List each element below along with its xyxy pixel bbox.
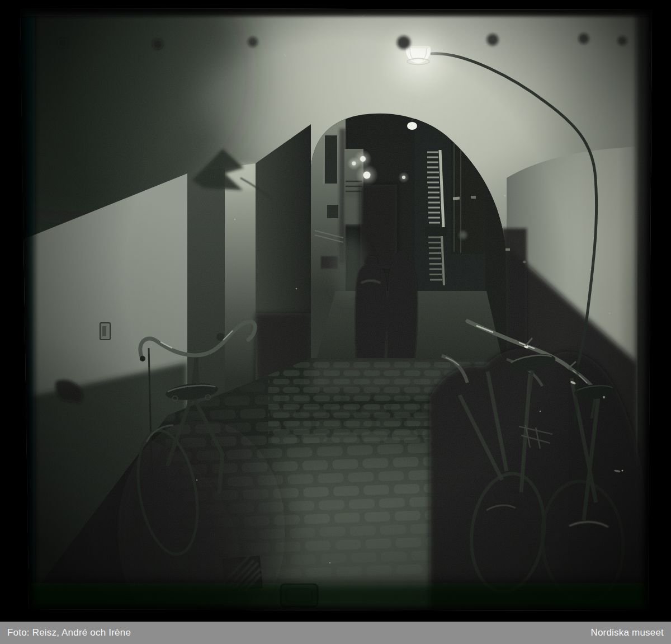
credit-bar: Foto: Reisz, André och Irène Nordiska mu… <box>0 622 671 644</box>
scanned-photo-page: Foto: Reisz, André och Irène Nordiska mu… <box>0 0 671 644</box>
photographer-credit: Foto: Reisz, André och Irène <box>7 622 131 644</box>
photo-print <box>0 0 671 644</box>
museum-credit: Nordiska museet <box>590 622 664 644</box>
photograph <box>0 0 671 644</box>
vignette <box>20 8 652 611</box>
